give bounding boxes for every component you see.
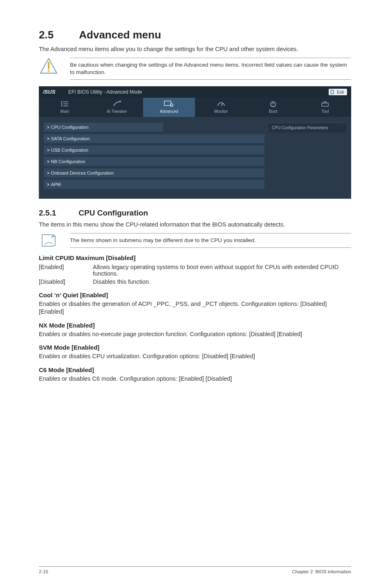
svg-point-2 [48,70,50,72]
note-text: The items shown in submenu may be differ… [70,233,351,248]
tab-label: Monitor [195,109,247,114]
option-limit-cpuid-table: [Enabled] Allows legacy operating system… [39,263,351,286]
svg-point-6 [61,101,62,102]
bios-item-label: NB Configuration [51,159,85,164]
svg-point-8 [61,103,62,104]
bios-tab-tool[interactable]: Tool [299,98,351,117]
monitor-gear-icon [164,100,174,108]
chapter-label: Chapter 2: BIOS information [292,569,351,574]
warning-callout: Be cautious when changing the settings o… [39,58,351,80]
option-c6-mode-body: Enables or disables C6 mode. Configurati… [39,375,351,383]
svg-rect-5 [331,90,333,94]
tweaker-icon [112,100,121,108]
option-c6-mode-title: C6 Mode [Enabled] [39,366,351,373]
bios-tab-advanced[interactable]: Advanced [143,98,195,117]
page-footer: 2-15 Chapter 2: BIOS information [39,566,351,574]
svg-rect-18 [322,103,328,106]
option-key: [Disabled] [39,278,93,286]
exit-door-icon [330,90,335,94]
bios-item-label: CPU Configuration [51,125,89,130]
bios-item-cpu-configuration[interactable]: > CPU Configuration [44,123,163,132]
svg-text:/SUS: /SUS [43,89,56,95]
option-value: Disables this function. [93,278,351,286]
tab-label: Ai Tweaker [91,109,143,114]
bios-item-onboard-devices-configuration[interactable]: > Onboard Devices Configuration [44,168,264,177]
svg-point-10 [61,105,62,106]
bios-item-label: SATA Configuration [51,136,90,141]
bios-body: > CPU Configuration > SATA Configuration… [39,117,351,199]
bios-item-nb-configuration[interactable]: > NB Configuration [44,157,264,166]
bios-item-label: USB Configuration [51,148,88,153]
bios-screenshot: /SUS EFI BIOS Utility - Advanced Mode Ex… [39,86,351,199]
bios-left-pane: > CPU Configuration > SATA Configuration… [44,123,269,191]
bios-tab-boot[interactable]: Boot [247,98,299,117]
option-key: [Enabled] [39,263,93,278]
section-intro: The Advanced menu items allow you to cha… [39,45,351,54]
bios-item-sata-configuration[interactable]: > SATA Configuration [44,134,264,143]
bios-item-usb-configuration[interactable]: > USB Configuration [44,146,264,155]
warning-text: Be cautious when changing the settings o… [70,58,351,80]
tab-label: Boot [247,109,299,114]
subsection-heading: 2.5.1 CPU Configuration [39,209,351,218]
subsection-number: 2.5.1 [39,209,76,218]
asus-logo-icon: /SUS [43,89,65,95]
bios-item-apm[interactable]: > APM [44,180,264,189]
toolbox-icon [321,100,329,108]
subsection-intro: The items in this menu show the CPU-rela… [39,221,351,229]
gauge-icon [217,100,226,108]
chevron-right-icon: > [47,125,49,130]
tab-label: Advanced [143,109,195,114]
bios-help-box: CPU Configuration Parameters [269,123,346,132]
svg-point-12 [119,101,121,102]
warning-icon [39,58,58,74]
option-svm-mode-body: Enables or disables CPU virtualization. … [39,352,351,361]
table-row: [Disabled] Disables this function. [39,278,351,286]
bios-tab-monitor[interactable]: Monitor [195,98,247,117]
section-title-text: Advanced menu [79,29,161,41]
section-number: 2.5 [39,29,76,41]
bios-brand: /SUS EFI BIOS Utility - Advanced Mode [43,89,142,95]
chevron-right-icon: > [47,137,49,141]
section-heading: 2.5 Advanced menu [39,29,351,41]
power-icon [269,100,278,108]
svg-line-15 [221,103,223,106]
svg-rect-13 [164,101,171,105]
bios-title-text: EFI BIOS Utility - Advanced Mode [68,89,142,95]
chevron-right-icon: > [47,159,49,164]
bios-item-label: APM [51,182,61,187]
bios-item-label: Onboard Devices Configuration [51,171,114,175]
bios-right-pane: CPU Configuration Parameters [269,123,346,191]
option-value: Allows legacy operating systems to boot … [93,263,351,278]
bios-tab-row: Main Ai Tweaker Advanced Monitor [39,98,351,117]
bios-exit-button[interactable]: Exit [329,89,347,95]
bios-titlebar: /SUS EFI BIOS Utility - Advanced Mode Ex… [39,86,351,98]
tab-label: Tool [299,109,351,114]
option-cool-n-quiet-title: Cool ‘n’ Quiet [Enabled] [39,292,351,298]
chevron-right-icon: > [47,148,49,153]
option-cool-n-quiet-body: Enables or disables the generation of AC… [39,300,351,316]
option-svm-mode-title: SVM Mode [Enabled] [39,344,351,351]
page-number: 2-15 [39,569,48,574]
table-row: [Enabled] Allows legacy operating system… [39,263,351,278]
note-icon [39,233,58,248]
tab-label: Main [39,109,91,114]
note-callout: The items shown in submenu may be differ… [39,233,351,248]
subsection-title-text: CPU Configuration [78,209,148,217]
option-nx-mode-title: NX Mode [Enabled] [39,322,351,329]
option-nx-mode-body: Enables or disables no-execute page prot… [39,330,351,339]
bios-tab-ai-tweaker[interactable]: Ai Tweaker [91,98,143,117]
bios-exit-label: Exit [337,90,344,94]
bios-tab-main[interactable]: Main [39,98,91,117]
chevron-right-icon: > [47,182,49,187]
chevron-right-icon: > [47,171,49,175]
option-limit-cpuid-title: Limit CPUID Maximum [Disabled] [39,254,351,261]
list-icon [61,100,69,108]
